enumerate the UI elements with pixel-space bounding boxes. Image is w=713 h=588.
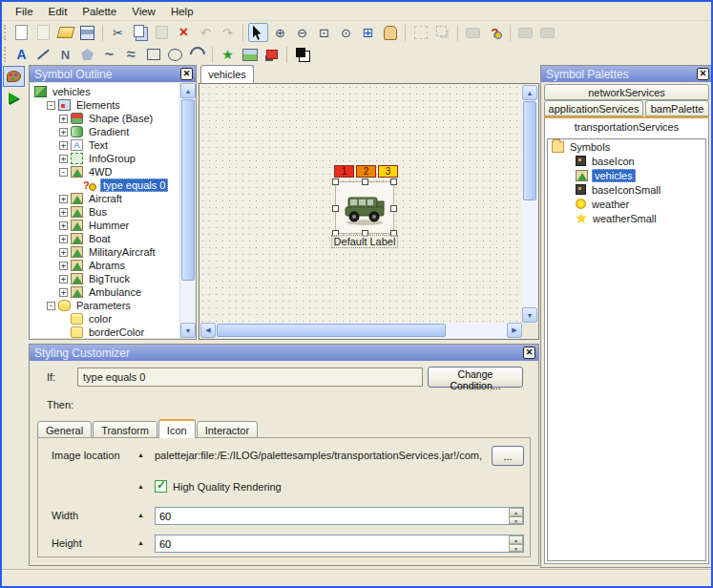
outline-item-bordercolor[interactable]: borderColor xyxy=(31,326,179,338)
tab-transportationServices[interactable]: transportationServices xyxy=(545,118,708,136)
expand-icon[interactable]: + xyxy=(59,208,68,217)
canvas-horizontal-scrollbar[interactable]: ◀ ▶ xyxy=(200,323,522,338)
outline-scrollbar[interactable]: ▲ ▼ xyxy=(179,83,195,338)
drawing-canvas[interactable]: 123 xyxy=(199,83,539,340)
label-tool-icon[interactable] xyxy=(262,45,282,64)
outline-item-parameters[interactable]: -Parameters xyxy=(31,299,179,312)
tab-transform[interactable]: Transform xyxy=(93,421,157,438)
outline-item-abrams[interactable]: +Abrams xyxy=(31,259,179,272)
outline-item-hummer[interactable]: +Hummer xyxy=(31,219,179,232)
outline-item-gradient[interactable]: +Gradient xyxy=(31,125,179,138)
cut-icon[interactable]: ✂ xyxy=(108,23,128,42)
close-icon[interactable]: ✕ xyxy=(180,68,193,80)
outline-item-text[interactable]: +Text xyxy=(31,138,179,152)
palette-item-baseicon[interactable]: baseIcon xyxy=(548,154,705,168)
spin-down-icon[interactable]: ▼ xyxy=(509,544,523,552)
selection-handle[interactable] xyxy=(390,178,397,185)
expand-icon[interactable]: + xyxy=(59,275,68,284)
open-palette-icon[interactable] xyxy=(55,23,75,42)
expand-icon[interactable]: + xyxy=(59,141,68,150)
browse-button[interactable]: ... xyxy=(492,446,524,466)
expand-icon[interactable]: + xyxy=(59,155,68,163)
tab-interactor[interactable]: Interactor xyxy=(197,421,258,438)
tab-bampalette[interactable]: bamPalette xyxy=(645,100,709,116)
selected-symbol[interactable] xyxy=(335,181,394,234)
zoom-in-icon[interactable]: ⊕ xyxy=(270,23,290,42)
palette-item-baseiconsmall[interactable]: baseIconSmall xyxy=(548,182,705,197)
expand-icon[interactable]: + xyxy=(59,235,68,243)
swap-colors-icon[interactable] xyxy=(292,45,312,64)
polygon-tool-icon[interactable] xyxy=(77,45,97,64)
high-quality-checkbox[interactable] xyxy=(155,480,167,493)
outline-item-vehicles[interactable]: vehicles xyxy=(31,85,179,98)
collapse-icon[interactable]: - xyxy=(47,302,55,310)
scrollbar-thumb[interactable] xyxy=(217,324,446,337)
toolbar-grip[interactable] xyxy=(4,47,7,62)
palette-item-vehicles[interactable]: vehicles xyxy=(548,168,705,182)
outline-item-color[interactable]: color xyxy=(31,312,179,326)
tab-networkservices[interactable]: networkServices xyxy=(544,84,709,100)
close-icon[interactable]: ✕ xyxy=(523,346,535,359)
menu-help[interactable]: Help xyxy=(163,4,201,19)
state-square-3[interactable]: 3 xyxy=(378,165,398,178)
width-input[interactable] xyxy=(156,508,509,524)
expand-icon[interactable]: + xyxy=(59,288,68,297)
expand-icon[interactable]: + xyxy=(59,262,68,270)
toolbar-grip[interactable] xyxy=(4,25,7,40)
spin-up-icon[interactable]: ▲ xyxy=(509,536,523,544)
star-tool-icon[interactable]: ★ xyxy=(218,45,238,64)
expand-icon[interactable]: + xyxy=(59,248,68,257)
collapse-icon[interactable]: - xyxy=(59,168,68,177)
expand-icon[interactable]: + xyxy=(59,115,68,123)
scroll-down-icon[interactable]: ▼ xyxy=(180,323,196,338)
menu-edit[interactable]: Edit xyxy=(41,4,75,19)
image-tool-icon[interactable] xyxy=(240,45,260,64)
closed-spline-tool-icon[interactable]: ~ xyxy=(99,45,119,64)
scrollbar-thumb[interactable] xyxy=(523,101,536,200)
scroll-down-icon[interactable]: ▼ xyxy=(522,307,537,323)
arc-tool-icon[interactable] xyxy=(187,45,207,64)
outline-item-bus[interactable]: +Bus xyxy=(31,205,179,219)
ellipse-tool-icon[interactable] xyxy=(165,45,185,64)
delete-icon[interactable]: × xyxy=(174,23,194,42)
menu-palette[interactable]: Palette xyxy=(74,4,124,19)
outline-item-shape-base[interactable]: +Shape (Base) xyxy=(31,112,179,125)
tab-vehicles[interactable]: vehicles xyxy=(200,65,254,83)
outline-item-boat[interactable]: +Boat xyxy=(31,232,179,245)
symbol-palettes-titlebar[interactable]: Symbol Palettes ✕ xyxy=(541,66,712,82)
change-condition-button[interactable]: Change Condition... xyxy=(428,367,523,388)
spin-down-icon[interactable]: ▼ xyxy=(509,516,523,524)
collapse-icon[interactable]: - xyxy=(47,101,55,110)
add-condition-icon[interactable]: ? xyxy=(485,23,505,42)
new-symbol-icon[interactable] xyxy=(11,23,31,42)
spin-up-icon[interactable]: ▲ xyxy=(509,508,523,516)
tab-applicationservices[interactable]: applicationServices xyxy=(544,100,643,116)
selection-handle[interactable] xyxy=(332,205,339,212)
state-square-1[interactable]: 1 xyxy=(334,165,354,178)
zoom-area-icon[interactable]: ⊡ xyxy=(314,23,334,42)
condition-field[interactable] xyxy=(77,368,423,387)
scroll-up-icon[interactable]: ▲ xyxy=(180,83,196,98)
height-input[interactable] xyxy=(156,536,509,552)
scroll-up-icon[interactable]: ▲ xyxy=(522,85,537,100)
outline-item-militaryaircraft[interactable]: +MilitaryAircraft xyxy=(31,245,179,259)
run-preview-button[interactable] xyxy=(3,88,25,109)
outline-item-elements[interactable]: -Elements xyxy=(31,98,179,112)
pan-tool-icon[interactable] xyxy=(380,23,400,42)
polyline-tool-icon[interactable]: N xyxy=(55,45,75,64)
tab-icon[interactable]: Icon xyxy=(158,419,196,438)
expand-icon[interactable]: + xyxy=(59,195,68,203)
close-icon[interactable]: ✕ xyxy=(697,68,709,80)
outline-item-bigtruck[interactable]: +BigTruck xyxy=(31,272,179,285)
symbol-outline-titlebar[interactable]: Symbol Outline ✕ xyxy=(30,66,196,82)
line-tool-icon[interactable] xyxy=(33,45,53,64)
state-square-2[interactable]: 2 xyxy=(356,165,376,178)
outline-item-4wd[interactable]: -4WD xyxy=(31,165,179,178)
rectangle-tool-icon[interactable] xyxy=(143,45,163,64)
palette-editor-button[interactable] xyxy=(3,66,25,87)
styling-customizer-titlebar[interactable]: Styling Customizer ✕ xyxy=(30,345,538,361)
copy-icon[interactable] xyxy=(130,23,150,42)
menu-view[interactable]: View xyxy=(124,4,163,19)
canvas-vertical-scrollbar[interactable]: ▲ ▼ xyxy=(522,85,537,323)
palette-item-weather[interactable]: weather xyxy=(548,197,705,211)
